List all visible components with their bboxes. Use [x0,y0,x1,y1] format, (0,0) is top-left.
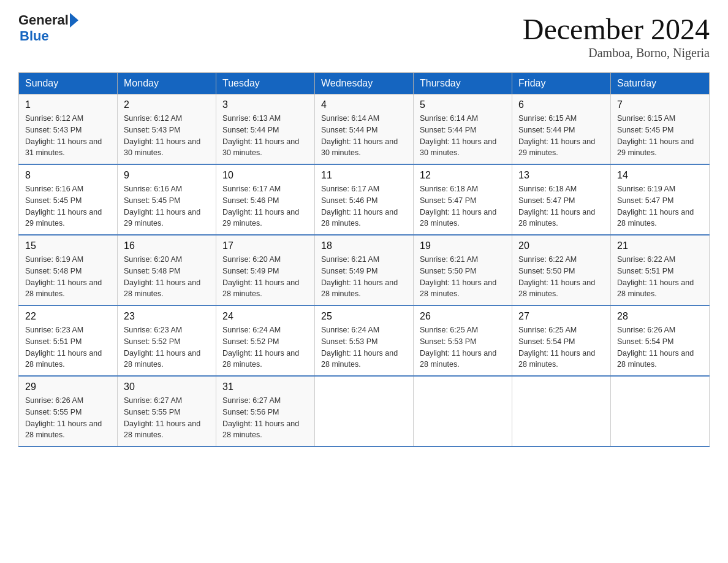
day-info: Sunrise: 6:27 AMSunset: 5:56 PMDaylight:… [222,396,299,439]
day-info: Sunrise: 6:26 AMSunset: 5:54 PMDaylight:… [617,326,694,369]
day-info: Sunrise: 6:25 AMSunset: 5:53 PMDaylight:… [420,326,496,369]
table-row: 28 Sunrise: 6:26 AMSunset: 5:54 PMDaylig… [611,305,710,376]
page-header: General Blue December 2024 Damboa, Borno… [18,12,710,60]
day-number: 24 [222,311,308,322]
table-row: 26 Sunrise: 6:25 AMSunset: 5:53 PMDaylig… [414,305,512,376]
day-number: 1 [25,99,111,110]
day-info: Sunrise: 6:13 AMSunset: 5:44 PMDaylight:… [222,114,299,157]
table-row: 14 Sunrise: 6:19 AMSunset: 5:47 PMDaylig… [611,164,710,235]
calendar-week-1: 1 Sunrise: 6:12 AMSunset: 5:43 PMDayligh… [19,94,710,165]
weekday-header-row: Sunday Monday Tuesday Wednesday Thursday… [19,73,710,94]
day-number: 21 [617,240,703,251]
logo-text-general: General [18,12,69,28]
calendar-week-2: 8 Sunrise: 6:16 AMSunset: 5:45 PMDayligh… [19,164,710,235]
table-row: 10 Sunrise: 6:17 AMSunset: 5:46 PMDaylig… [216,164,315,235]
table-row: 27 Sunrise: 6:25 AMSunset: 5:54 PMDaylig… [512,305,611,376]
day-info: Sunrise: 6:24 AMSunset: 5:53 PMDaylight:… [321,326,398,369]
day-number: 7 [617,99,703,110]
table-row: 19 Sunrise: 6:21 AMSunset: 5:50 PMDaylig… [414,235,512,305]
day-number: 4 [321,99,407,110]
day-number: 3 [222,99,308,110]
location-title: Damboa, Borno, Nigeria [523,46,710,60]
day-number: 23 [124,311,210,322]
day-number: 8 [25,170,111,181]
table-row: 6 Sunrise: 6:15 AMSunset: 5:44 PMDayligh… [512,94,611,165]
day-info: Sunrise: 6:26 AMSunset: 5:55 PMDaylight:… [25,396,102,439]
day-info: Sunrise: 6:20 AMSunset: 5:48 PMDaylight:… [124,255,200,298]
day-number: 5 [420,99,506,110]
table-row: 31 Sunrise: 6:27 AMSunset: 5:56 PMDaylig… [216,376,315,446]
calendar-table: Sunday Monday Tuesday Wednesday Thursday… [18,72,710,447]
header-monday: Monday [118,73,216,94]
logo-arrow-icon [70,13,78,28]
table-row: 17 Sunrise: 6:20 AMSunset: 5:49 PMDaylig… [216,235,315,305]
table-row [414,376,512,446]
title-section: December 2024 Damboa, Borno, Nigeria [523,12,710,60]
day-info: Sunrise: 6:15 AMSunset: 5:44 PMDaylight:… [518,114,595,157]
day-info: Sunrise: 6:23 AMSunset: 5:52 PMDaylight:… [124,326,200,369]
table-row: 22 Sunrise: 6:23 AMSunset: 5:51 PMDaylig… [19,305,118,376]
table-row: 1 Sunrise: 6:12 AMSunset: 5:43 PMDayligh… [19,94,118,165]
calendar-week-3: 15 Sunrise: 6:19 AMSunset: 5:48 PMDaylig… [19,235,710,305]
table-row: 30 Sunrise: 6:27 AMSunset: 5:55 PMDaylig… [118,376,216,446]
day-info: Sunrise: 6:14 AMSunset: 5:44 PMDaylight:… [321,114,398,157]
table-row: 3 Sunrise: 6:13 AMSunset: 5:44 PMDayligh… [216,94,315,165]
table-row: 25 Sunrise: 6:24 AMSunset: 5:53 PMDaylig… [315,305,414,376]
table-row [315,376,414,446]
day-number: 9 [124,170,210,181]
table-row: 8 Sunrise: 6:16 AMSunset: 5:45 PMDayligh… [19,164,118,235]
table-row: 18 Sunrise: 6:21 AMSunset: 5:49 PMDaylig… [315,235,414,305]
day-number: 26 [420,311,506,322]
day-number: 6 [518,99,604,110]
day-info: Sunrise: 6:19 AMSunset: 5:48 PMDaylight:… [25,255,102,298]
day-number: 27 [518,311,604,322]
table-row: 15 Sunrise: 6:19 AMSunset: 5:48 PMDaylig… [19,235,118,305]
day-number: 14 [617,170,703,181]
header-sunday: Sunday [19,73,118,94]
calendar-week-4: 22 Sunrise: 6:23 AMSunset: 5:51 PMDaylig… [19,305,710,376]
header-wednesday: Wednesday [315,73,414,94]
day-number: 31 [222,381,308,393]
day-number: 25 [321,311,407,322]
day-number: 20 [518,240,604,251]
header-thursday: Thursday [414,73,512,94]
logo-text-blue: Blue [20,28,78,44]
day-info: Sunrise: 6:22 AMSunset: 5:50 PMDaylight:… [518,255,595,298]
day-number: 22 [25,311,111,322]
day-number: 29 [25,381,111,393]
day-info: Sunrise: 6:18 AMSunset: 5:47 PMDaylight:… [420,185,496,228]
day-info: Sunrise: 6:15 AMSunset: 5:45 PMDaylight:… [617,114,694,157]
header-saturday: Saturday [611,73,710,94]
table-row: 5 Sunrise: 6:14 AMSunset: 5:44 PMDayligh… [414,94,512,165]
day-number: 19 [420,240,506,251]
month-title: December 2024 [523,12,710,46]
day-info: Sunrise: 6:27 AMSunset: 5:55 PMDaylight:… [124,396,200,439]
day-number: 16 [124,240,210,251]
table-row [512,376,611,446]
table-row: 2 Sunrise: 6:12 AMSunset: 5:43 PMDayligh… [118,94,216,165]
day-number: 15 [25,240,111,251]
day-info: Sunrise: 6:20 AMSunset: 5:49 PMDaylight:… [222,255,299,298]
day-info: Sunrise: 6:16 AMSunset: 5:45 PMDaylight:… [124,185,200,228]
day-info: Sunrise: 6:14 AMSunset: 5:44 PMDaylight:… [420,114,496,157]
day-info: Sunrise: 6:12 AMSunset: 5:43 PMDaylight:… [25,114,102,157]
table-row: 24 Sunrise: 6:24 AMSunset: 5:52 PMDaylig… [216,305,315,376]
table-row: 11 Sunrise: 6:17 AMSunset: 5:46 PMDaylig… [315,164,414,235]
day-number: 12 [420,170,506,181]
day-number: 18 [321,240,407,251]
day-info: Sunrise: 6:17 AMSunset: 5:46 PMDaylight:… [321,185,398,228]
day-info: Sunrise: 6:17 AMSunset: 5:46 PMDaylight:… [222,185,299,228]
day-info: Sunrise: 6:16 AMSunset: 5:45 PMDaylight:… [25,185,102,228]
table-row: 16 Sunrise: 6:20 AMSunset: 5:48 PMDaylig… [118,235,216,305]
day-number: 2 [124,99,210,110]
table-row: 4 Sunrise: 6:14 AMSunset: 5:44 PMDayligh… [315,94,414,165]
day-info: Sunrise: 6:22 AMSunset: 5:51 PMDaylight:… [617,255,694,298]
day-info: Sunrise: 6:25 AMSunset: 5:54 PMDaylight:… [518,326,595,369]
day-number: 30 [124,381,210,393]
day-number: 13 [518,170,604,181]
header-tuesday: Tuesday [216,73,315,94]
day-number: 28 [617,311,703,322]
day-info: Sunrise: 6:18 AMSunset: 5:47 PMDaylight:… [518,185,595,228]
day-info: Sunrise: 6:24 AMSunset: 5:52 PMDaylight:… [222,326,299,369]
day-number: 17 [222,240,308,251]
